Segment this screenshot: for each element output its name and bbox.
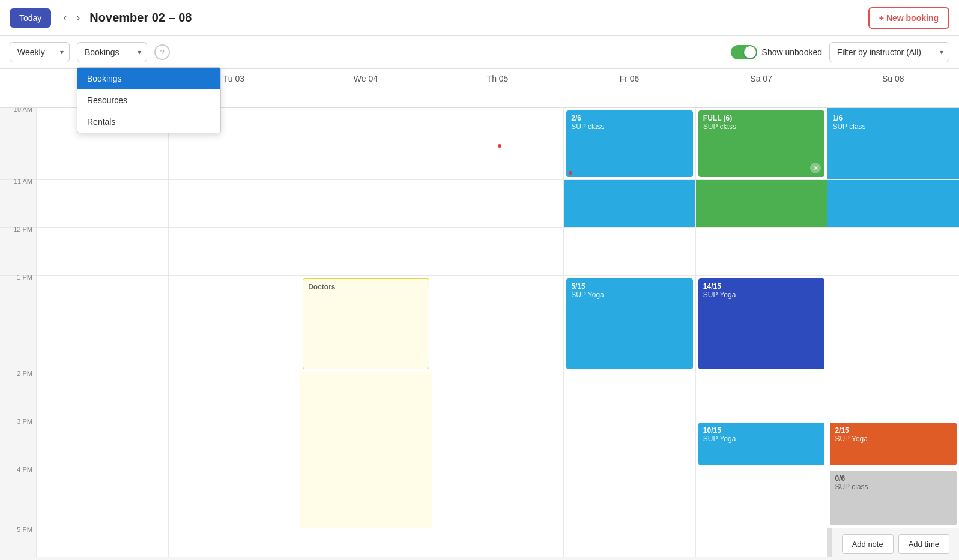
cell-th-12pm[interactable]	[432, 228, 564, 275]
time-row-3pm: 3 PM 10/15 SUP Yoga 2/15 SUP Yoga	[0, 420, 959, 468]
cell-mo-12pm[interactable]	[36, 228, 168, 275]
cell-mo-4pm[interactable]	[36, 468, 168, 528]
next-button[interactable]: ›	[71, 9, 85, 26]
cell-su-1pm[interactable]	[827, 276, 959, 372]
time-row-11am: 11 AM	[0, 180, 959, 228]
dropdown-item-resources[interactable]: Resources	[77, 89, 220, 111]
event-we-doctors-title: Doctors	[308, 283, 424, 291]
cell-we-11am[interactable]	[300, 180, 432, 227]
cell-su-4pm[interactable]: 0/6 SUP class	[827, 468, 959, 528]
cell-sa-1pm[interactable]: 14/15 SUP Yoga	[695, 276, 827, 372]
cell-we-12pm[interactable]	[300, 228, 432, 275]
cell-tu-4pm[interactable]	[168, 468, 300, 528]
event-we-doctors[interactable]: Doctors	[303, 278, 429, 369]
time-label-5pm: 5 PM	[0, 523, 36, 557]
bottom-bar: Add note Add time	[832, 528, 959, 557]
cell-sa-5pm[interactable]	[695, 528, 827, 557]
cell-su-11am[interactable]	[827, 180, 959, 227]
cell-fr-12pm[interactable]	[563, 228, 695, 275]
cell-su-2pm[interactable]	[827, 372, 959, 420]
help-icon[interactable]: ?	[154, 44, 170, 60]
day-header-fr: Fr 06	[563, 69, 695, 107]
day-header-we: We 04	[300, 69, 432, 107]
event-sa-yoga-count: 14/15	[703, 282, 820, 291]
cell-sa-3pm[interactable]: 10/15 SUP Yoga	[695, 420, 827, 468]
cell-sa-11am[interactable]	[695, 180, 827, 227]
time-row-5pm: 5 PM	[0, 528, 959, 557]
cell-fr-5pm[interactable]	[563, 528, 695, 557]
cell-sa-10am[interactable]: FULL (6) SUP class ✕	[695, 108, 827, 179]
time-label-4pm: 4 PM	[0, 463, 36, 523]
prev-button[interactable]: ‹	[58, 9, 71, 26]
type-select[interactable]: Bookings Resources Rentals	[77, 42, 147, 62]
dropdown-item-rentals[interactable]: Rentals	[77, 111, 220, 133]
event-sa-sup-yoga-1pm[interactable]: 14/15 SUP Yoga	[698, 278, 825, 369]
cell-we-5pm[interactable]	[300, 528, 432, 557]
event-su-sup-class[interactable]: 1/6 SUP class	[827, 110, 959, 177]
cell-mo-5pm[interactable]	[36, 528, 168, 557]
cell-mo-1pm[interactable]	[36, 276, 168, 372]
dropdown-item-bookings[interactable]: Bookings	[77, 68, 220, 89]
new-booking-button[interactable]: + New booking	[868, 7, 949, 29]
cell-sa-4pm[interactable]	[695, 468, 827, 528]
cell-su-10am[interactable]: 1/6 SUP class	[827, 108, 959, 179]
event-sa-yoga-3pm-title: SUP Yoga	[703, 435, 820, 443]
event-su-sup-yoga-3pm[interactable]: 2/15 SUP Yoga	[830, 423, 957, 465]
cell-sa-2pm[interactable]	[695, 372, 827, 420]
event-fr-dot	[569, 171, 572, 175]
cell-we-1pm[interactable]: Doctors	[300, 276, 432, 372]
add-note-button[interactable]: Add note	[842, 534, 894, 554]
cell-tu-3pm[interactable]	[168, 420, 300, 468]
cell-tu-11am[interactable]	[168, 180, 300, 227]
cell-mo-3pm[interactable]	[36, 420, 168, 468]
cell-fr-4pm[interactable]	[563, 468, 695, 528]
cell-mo-2pm[interactable]	[36, 372, 168, 420]
cell-we-10am[interactable]	[300, 108, 432, 179]
cell-sa-12pm[interactable]	[695, 228, 827, 275]
time-row-12pm: 12 PM	[0, 228, 959, 276]
cell-th-5pm[interactable]	[432, 528, 564, 557]
close-icon[interactable]: ✕	[810, 163, 821, 173]
cell-su-3pm[interactable]: 2/15 SUP Yoga	[827, 420, 959, 468]
event-su-sup-class-4pm[interactable]: 0/6 SUP class	[830, 471, 957, 525]
event-sa-yoga-title: SUP Yoga	[703, 291, 820, 299]
cell-tu-1pm[interactable]	[168, 276, 300, 372]
event-sa-sup-yoga-3pm[interactable]: 10/15 SUP Yoga	[698, 423, 825, 465]
cell-su-12pm[interactable]	[827, 228, 959, 275]
cell-th-2pm[interactable]	[432, 372, 564, 420]
cell-tu-12pm[interactable]	[168, 228, 300, 275]
view-select-wrapper: Weekly Daily Monthly ▾	[10, 42, 70, 62]
cell-fr-1pm[interactable]: 5/15 SUP Yoga	[563, 276, 695, 372]
cell-th-4pm[interactable]	[432, 468, 564, 528]
event-sa-sup-class[interactable]: FULL (6) SUP class ✕	[698, 110, 825, 177]
add-time-button[interactable]: Add time	[898, 534, 949, 554]
cell-we-2pm[interactable]	[300, 372, 432, 420]
cell-fr-2pm[interactable]	[563, 372, 695, 420]
cell-we-4pm[interactable]	[300, 468, 432, 528]
filter-select-wrapper: Filter by instructor (All) ▾	[829, 42, 949, 62]
date-range: November 02 – 08	[89, 11, 192, 25]
event-fr-sup-class-count: 2/6	[571, 114, 688, 122]
today-button[interactable]: Today	[10, 8, 51, 28]
cell-th-11am[interactable]	[432, 180, 564, 227]
time-label-3pm: 3 PM	[0, 415, 36, 463]
cell-fr-10am[interactable]: 2/6 SUP class	[563, 108, 695, 179]
cell-fr-11am[interactable]	[563, 180, 695, 227]
cell-fr-3pm[interactable]	[563, 420, 695, 468]
toggle-knob	[744, 46, 756, 58]
cell-mo-11am[interactable]	[36, 180, 168, 227]
toolbar: Weekly Daily Monthly ▾ Bookings Resource…	[0, 36, 959, 69]
event-fr-sup-yoga-1pm[interactable]: 5/15 SUP Yoga	[566, 278, 693, 369]
cell-th-3pm[interactable]	[432, 420, 564, 468]
event-fr-sup-class[interactable]: 2/6 SUP class	[566, 110, 693, 177]
event-su-sup-class-count: 1/6	[832, 114, 954, 122]
cell-th-10am[interactable]	[432, 108, 564, 179]
cell-we-3pm[interactable]	[300, 420, 432, 468]
show-unbooked-toggle[interactable]	[731, 45, 757, 59]
cell-tu-2pm[interactable]	[168, 372, 300, 420]
header: Today ‹ › November 02 – 08 + New booking	[0, 0, 959, 36]
cell-th-1pm[interactable]	[432, 276, 564, 372]
cell-tu-5pm[interactable]	[168, 528, 300, 557]
view-select[interactable]: Weekly Daily Monthly	[10, 42, 70, 62]
filter-select[interactable]: Filter by instructor (All)	[829, 42, 949, 62]
